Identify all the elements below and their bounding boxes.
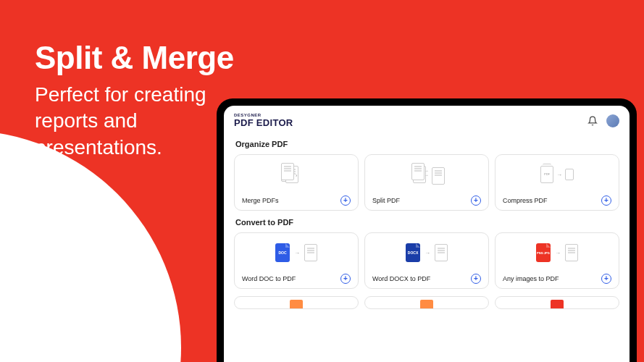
marketing-headline: Split & Merge Perfect for creating repor… [35,40,234,161]
main-content: Organize PDF › Merge PDFs + →→ [224,132,630,362]
card-label: Compress PDF [503,197,548,204]
app-header: DESYGNER PDF EDITOR [224,106,630,132]
plus-icon[interactable]: + [340,195,351,206]
card-compress-pdf[interactable]: → Compress PDF + [495,154,619,211]
card-label: Word DOC to PDF [242,275,296,282]
card-label: Any images to PDF [503,275,559,282]
brand-name-big: PDF EDITOR [234,117,293,128]
card-word-doc-to-pdf[interactable]: DOC→ Word DOC to PDF + [234,232,359,289]
card-word-docx-to-pdf[interactable]: DOCX→ Word DOCX to PDF + [364,232,489,289]
plus-icon[interactable]: + [340,274,351,284]
merge-icon: › [242,161,351,188]
partial-card[interactable] [234,296,359,309]
section-title-organize: Organize PDF [235,140,618,148]
compress-icon: → [503,161,611,188]
split-icon: →→ [372,161,481,188]
header-actions [587,114,619,127]
plus-icon[interactable]: + [601,274,611,284]
app-screen: DESYGNER PDF EDITOR Organize PDF › Merge… [224,106,630,362]
plus-icon[interactable]: + [601,195,611,206]
avatar[interactable] [606,114,619,127]
card-label: Word DOCX to PDF [372,275,430,282]
card-merge-pdfs[interactable]: › Merge PDFs + [234,154,359,211]
organize-grid: › Merge PDFs + →→ Split PDF + [234,154,619,211]
docx-icon: DOCX→ [372,239,481,266]
partial-row [234,296,619,309]
partial-card[interactable] [495,296,619,309]
plus-icon[interactable]: + [471,195,481,206]
tablet-frame: DESYGNER PDF EDITOR Organize PDF › Merge… [217,98,637,362]
convert-grid: DOC→ Word DOC to PDF + DOCX→ Word DOCX t… [234,232,619,289]
card-images-to-pdf[interactable]: PNG JPG→ Any images to PDF + [495,232,619,289]
card-label: Split PDF [372,197,400,204]
headline-title: Split & Merge [35,40,234,76]
notifications-icon[interactable] [587,116,598,126]
image-icon: PNG JPG→ [503,239,611,266]
card-label: Merge PDFs [242,197,279,204]
section-title-convert: Convert to PDF [235,218,618,227]
brand-logo[interactable]: DESYGNER PDF EDITOR [234,113,293,128]
plus-icon[interactable]: + [471,274,481,284]
headline-subtitle: Perfect for creating reports and present… [35,82,234,161]
doc-icon: DOC→ [242,239,351,266]
background-shape [0,130,181,362]
card-split-pdf[interactable]: →→ Split PDF + [364,154,489,211]
partial-card[interactable] [364,296,489,309]
